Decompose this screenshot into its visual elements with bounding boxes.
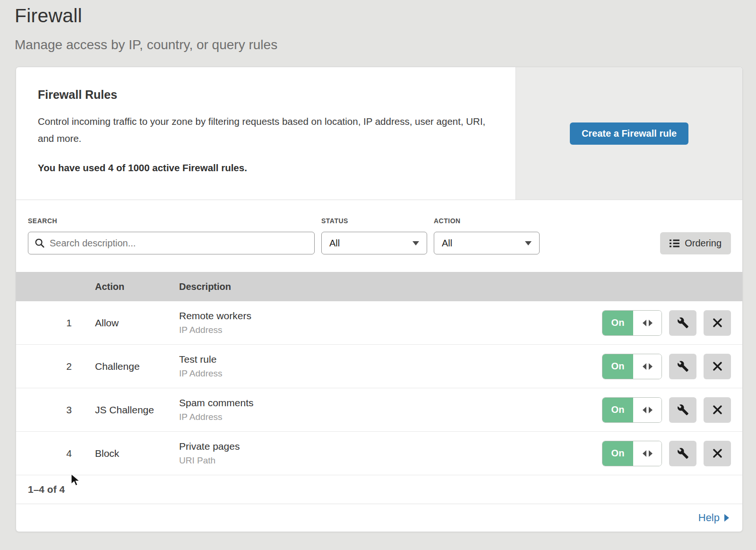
toggle-on-label[interactable]: On — [602, 398, 633, 422]
rule-description-cell: Test rule IP Address — [179, 354, 602, 379]
row-controls: On — [602, 397, 731, 423]
rule-enabled-toggle[interactable]: On — [602, 354, 662, 379]
action-select[interactable]: All — [434, 232, 540, 254]
rule-description: Test rule — [179, 354, 602, 365]
rule-priority: 2 — [43, 361, 95, 372]
search-label: SEARCH — [28, 217, 315, 225]
rule-priority: 4 — [43, 448, 95, 459]
toggle-drag-handle-icon[interactable] — [633, 398, 662, 422]
status-selected-value: All — [329, 238, 340, 249]
wrench-icon — [677, 360, 689, 372]
rule-match-type: IP Address — [179, 412, 602, 422]
search-input[interactable] — [50, 238, 308, 249]
ordering-button[interactable]: Ordering — [660, 232, 731, 254]
help-link-label: Help — [698, 512, 720, 524]
rules-description: Control incoming traffic to your zone by… — [38, 113, 494, 147]
rule-action: JS Challenge — [95, 404, 179, 416]
rule-description: Remote workers — [179, 310, 602, 322]
pagination-row: 1–4 of 4 — [16, 475, 742, 504]
pagination-text: 1–4 of 4 — [28, 484, 65, 495]
close-icon — [713, 361, 722, 371]
rule-description-cell: Remote workers IP Address — [179, 310, 602, 335]
rule-description: Private pages — [179, 441, 602, 452]
table-row: 1 Allow Remote workers IP Address On — [16, 301, 742, 345]
chevron-down-icon — [525, 241, 532, 245]
rule-action: Challenge — [95, 361, 179, 372]
rules-usage-note: You have used 4 of 1000 active Firewall … — [38, 162, 497, 174]
delete-rule-button[interactable] — [704, 441, 731, 466]
page-subtitle: Manage access by IP, country, or query r… — [15, 37, 756, 52]
table-header: Action Description — [16, 272, 742, 301]
description-column-header: Description — [179, 281, 742, 292]
filter-bar: SEARCH STATUS All ACTION All — [16, 200, 742, 272]
rule-enabled-toggle[interactable]: On — [602, 397, 662, 423]
delete-rule-button[interactable] — [704, 310, 731, 336]
edit-rule-button[interactable] — [669, 441, 696, 466]
rule-description-cell: Private pages URI Path — [179, 441, 602, 466]
firewall-rules-card: Firewall Rules Control incoming traffic … — [16, 67, 743, 532]
delete-rule-button[interactable] — [704, 354, 731, 379]
create-firewall-rule-button[interactable]: Create a Firewall rule — [570, 122, 688, 145]
rules-intro-section: Firewall Rules Control incoming traffic … — [16, 67, 742, 200]
chevron-down-icon — [412, 241, 419, 245]
help-arrow-icon — [724, 514, 729, 522]
wrench-icon — [677, 317, 689, 329]
ordering-button-label: Ordering — [685, 238, 722, 249]
rule-priority: 1 — [43, 317, 95, 329]
rule-action: Block — [95, 448, 179, 459]
search-icon — [34, 238, 45, 248]
status-label: STATUS — [321, 217, 427, 225]
search-box[interactable] — [28, 232, 315, 254]
row-controls: On — [602, 310, 731, 336]
rule-match-type: IP Address — [179, 368, 602, 379]
delete-rule-button[interactable] — [704, 397, 731, 423]
action-column-header: Action — [95, 281, 179, 292]
rules-intro-text: Firewall Rules Control incoming traffic … — [16, 67, 515, 200]
action-selected-value: All — [442, 238, 452, 249]
page-header: Firewall Manage access by IP, country, o… — [0, 0, 756, 52]
status-select[interactable]: All — [321, 232, 427, 254]
wrench-icon — [677, 447, 689, 459]
close-icon — [713, 405, 722, 415]
close-icon — [713, 448, 722, 458]
create-rule-panel: Create a Firewall rule — [515, 67, 742, 200]
edit-rule-button[interactable] — [669, 354, 696, 379]
table-row: 2 Challenge Test rule IP Address On — [16, 345, 742, 388]
toggle-drag-handle-icon[interactable] — [633, 311, 662, 335]
rule-match-type: IP Address — [179, 325, 602, 335]
rule-enabled-toggle[interactable]: On — [602, 310, 662, 336]
row-controls: On — [602, 354, 731, 379]
help-row: Help — [16, 504, 742, 532]
toggle-drag-handle-icon[interactable] — [633, 354, 662, 379]
rule-enabled-toggle[interactable]: On — [602, 441, 662, 466]
toggle-on-label[interactable]: On — [602, 354, 633, 379]
edit-rule-button[interactable] — [669, 397, 696, 423]
page-title: Firewall — [15, 5, 756, 27]
toggle-drag-handle-icon[interactable] — [633, 441, 662, 466]
rule-priority: 3 — [43, 404, 95, 416]
close-icon — [713, 318, 722, 328]
table-row: 4 Block Private pages URI Path On — [16, 432, 742, 475]
wrench-icon — [677, 404, 689, 416]
help-link[interactable]: Help — [698, 512, 729, 524]
row-controls: On — [602, 441, 731, 466]
rules-heading: Firewall Rules — [38, 88, 497, 102]
action-label: ACTION — [434, 217, 540, 225]
table-row: 3 JS Challenge Spam comments IP Address … — [16, 388, 742, 432]
status-filter-group: STATUS All — [321, 217, 427, 254]
rule-description-cell: Spam comments IP Address — [179, 397, 602, 422]
rule-action: Allow — [95, 317, 179, 329]
rule-match-type: URI Path — [179, 455, 602, 466]
rule-description: Spam comments — [179, 397, 602, 409]
action-filter-group: ACTION All — [434, 217, 540, 254]
toggle-on-label[interactable]: On — [602, 311, 633, 335]
edit-rule-button[interactable] — [669, 310, 696, 336]
toggle-on-label[interactable]: On — [602, 441, 633, 466]
search-filter-group: SEARCH — [28, 217, 315, 254]
ordered-list-icon — [670, 239, 679, 248]
